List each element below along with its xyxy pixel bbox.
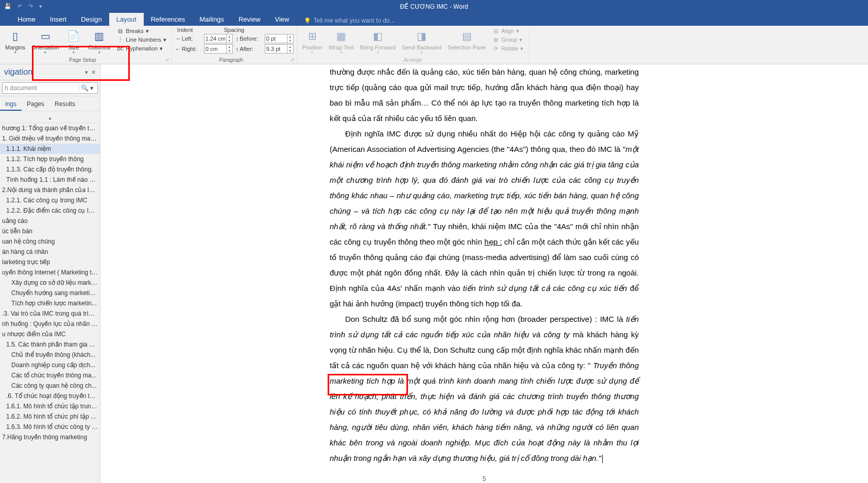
nav-heading-item[interactable]: Tình huống 1.1 : Làm thế nào đề... (0, 175, 100, 185)
spacing-after-label: ↕ After: (236, 46, 262, 52)
nav-heading-item[interactable]: Tích hợp chiến lược marketin... (0, 298, 100, 308)
nav-heading-item[interactable]: u nhược điểm của IMC (0, 329, 100, 339)
spacing-header: Spacing (224, 27, 244, 33)
columns-button[interactable]: ▥Columns▾ (86, 27, 112, 56)
search-icon[interactable]: 🔍 ▾ (78, 84, 95, 92)
tab-review[interactable]: Review (231, 13, 268, 26)
tab-design[interactable]: Design (74, 13, 109, 26)
tab-home[interactable]: Home (10, 13, 43, 26)
align-icon: ⊟ (492, 27, 499, 34)
tab-mailings[interactable]: Mailings (192, 13, 231, 26)
nav-heading-item[interactable]: hương 1: Tổng quan về truyền thô... (0, 123, 100, 133)
redo-icon[interactable]: ↷ (28, 3, 33, 10)
tab-view[interactable]: View (268, 13, 297, 26)
rotate-icon: ⟳ (492, 45, 499, 52)
document-viewport[interactable]: thường được nhắc đến là quảng cáo, xúc t… (100, 64, 868, 483)
tab-layout[interactable]: Layout (109, 13, 144, 26)
page-setup-launcher-icon[interactable]: ⤢ (165, 57, 169, 62)
navigation-title: vigation (4, 67, 32, 77)
nav-heading-item[interactable]: Xây dựng cơ sở dữ liệu marke... (0, 278, 100, 288)
nav-heading-item[interactable]: .6. Tổ chức hoạt động truyền th... (0, 391, 100, 401)
selection-pane-button[interactable]: ▤Selection Pane (446, 27, 488, 51)
paragraph: thường được nhắc đến là quảng cáo, xúc t… (330, 64, 639, 126)
nav-heading-item[interactable]: 1.1.1. Khái niệm (0, 144, 100, 154)
nav-heading-item[interactable]: 7.Hãng truyền thông marketing (0, 432, 100, 442)
tab-insert[interactable]: Insert (43, 13, 74, 26)
bring-forward-button: ◧Bring Forward▾ (358, 27, 398, 56)
window-title: ĐỀ CƯƠNG IMC - Word (400, 3, 468, 10)
nav-heading-item[interactable]: .3. Vai trò của IMC trong quá trình... (0, 308, 100, 319)
tab-references[interactable]: References (144, 13, 192, 26)
nav-heading-item[interactable]: 1.2.2. Đặc điểm các công cụ IMC (0, 205, 100, 216)
group-button: ⊞Group ▾ (490, 36, 525, 44)
spacing-before-input[interactable]: 0 pt▲▼ (265, 34, 294, 43)
size-button[interactable]: 📄Size▾ (63, 27, 84, 56)
spacing-after-input[interactable]: 9.3 pt▲▼ (265, 44, 294, 54)
nav-tab-pages[interactable]: Pages (22, 98, 49, 111)
nav-heading-item[interactable]: 1.5. Các thành phần tham gia qu... (0, 339, 100, 350)
margins-button[interactable]: ▯Margins▾ (3, 27, 27, 56)
nav-heading-item[interactable]: larketing trực tiếp (0, 257, 100, 267)
line-numbers-button[interactable]: ⋮Line Numbers ▾ (114, 36, 168, 44)
nav-close-icon[interactable]: ✕ (91, 69, 96, 76)
nav-heading-item[interactable]: nh huống : Quyền lực của nhãn hi... (0, 319, 100, 329)
nav-tab-results[interactable]: Results (49, 98, 80, 111)
nav-heading-item[interactable]: Chuyển hướng sang marketin... (0, 288, 100, 298)
nav-heading-item[interactable]: uyền thông Internet ( Marketing tư... (0, 267, 100, 278)
nav-heading-item[interactable]: 1. Giới thiệu về truyền thông mark... (0, 133, 100, 144)
nav-heading-item[interactable]: 1.6.3. Mô hình tổ chức công ty r... (0, 422, 100, 432)
align-button: ⊟Align ▾ (490, 27, 525, 35)
paragraph: Don Schultz đã bổ sung một góc nhìn rộng… (330, 312, 639, 466)
text-cursor (602, 455, 603, 463)
indent-right-input[interactable]: 0 cm▲▼ (204, 44, 233, 54)
undo-icon[interactable]: ↶ (18, 3, 22, 10)
rotate-button: ⟳Rotate ▾ (490, 44, 525, 53)
nav-heading-item[interactable]: 1.6.1. Mô hình tổ chức tập trung... (0, 401, 100, 411)
title-bar: 💾 ↶ ↷ ▾ ĐỀ CƯƠNG IMC - Word (0, 0, 868, 13)
breaks-button[interactable]: ⊟Breaks ▾ (114, 27, 168, 35)
navigation-pane: vigation ▾ ✕ h document 🔍 ▾ ings Pages R… (0, 64, 100, 483)
nav-heading-item[interactable]: úc tiễn bán (0, 226, 100, 236)
nav-heading-item[interactable]: Các tổ chức truyền thông ma... (0, 370, 100, 381)
nav-heading-item[interactable]: án hàng cá nhân (0, 247, 100, 257)
nav-heading-item[interactable]: 1.6.2. Mô hình tổ chức phí tập tru... (0, 411, 100, 422)
size-icon: 📄 (65, 28, 82, 44)
paragraph-launcher-icon[interactable]: ⤢ (291, 57, 295, 62)
margins-icon: ▯ (7, 28, 24, 44)
nav-heading-item[interactable]: 1.2.1. Các công cụ trong IMC (0, 195, 100, 205)
send-backward-icon: ◨ (414, 28, 430, 44)
indent-left-input[interactable]: 1.24 cm▲▼ (204, 34, 233, 43)
nav-heading-item[interactable]: uan hệ công chúng (0, 236, 100, 247)
page-number: 5 (330, 472, 639, 483)
nav-collapse-icon[interactable]: ▲ (48, 116, 52, 120)
navigation-tree[interactable]: hương 1: Tổng quan về truyền thô...1. Gi… (0, 123, 100, 483)
nav-heading-item[interactable]: Chủ thể truyền thông (khách... (0, 350, 100, 360)
columns-icon: ▥ (91, 28, 108, 44)
qat-customize-icon[interactable]: ▾ (39, 3, 42, 10)
nav-tab-headings[interactable]: ings (0, 98, 22, 111)
paragraph-group-label: Paragraph⤢ (172, 56, 297, 64)
navigation-search-input[interactable]: h document 🔍 ▾ (2, 82, 98, 94)
orientation-button[interactable]: ▭Orientation▾ (29, 27, 61, 56)
wrap-text-icon: ▦ (333, 28, 350, 44)
selection-pane-icon: ▤ (458, 28, 475, 44)
nav-heading-item[interactable]: Các công ty quan hệ công ch... (0, 381, 100, 391)
position-button: ⊞Position▾ (300, 27, 325, 56)
page-setup-group-label: Page Setup⤢ (0, 56, 172, 64)
indent-right-label: ← Right: (175, 46, 201, 52)
nav-heading-item[interactable]: 2.Nội dung và thành phần của IMC (0, 185, 100, 195)
tell-me-search[interactable]: Tell me what you want to do... (304, 17, 395, 26)
breaks-icon: ⊟ (116, 27, 124, 34)
save-icon[interactable]: 💾 (4, 3, 11, 10)
indent-header: Indent (177, 27, 193, 33)
nav-heading-item[interactable]: uảng cáo (0, 216, 100, 226)
nav-heading-item[interactable]: 1.1.2. Tích hợp truyền thông (0, 154, 100, 164)
arrange-group-label: Arrange (297, 56, 529, 64)
nav-dropdown-icon[interactable]: ▾ (85, 69, 88, 76)
nav-heading-item[interactable]: 1.1.3. Các cấp độ truyền thông. (0, 164, 100, 175)
nav-heading-item[interactable]: Doanh nghiệp cung cấp dịch... (0, 360, 100, 370)
group-icon: ⊞ (492, 36, 499, 43)
position-icon: ⊞ (304, 28, 320, 44)
ribbon: ▯Margins▾ ▭Orientation▾ 📄Size▾ ▥Columns▾… (0, 26, 868, 64)
hyphenation-button[interactable]: bcHyphenation ▾ (114, 44, 168, 53)
